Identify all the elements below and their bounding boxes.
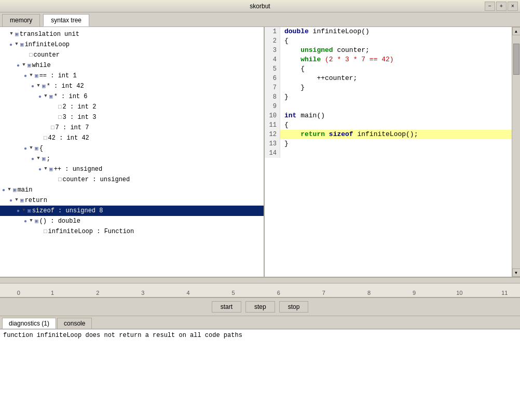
scroll-up-arrow[interactable]: ▲ <box>512 27 521 35</box>
expand-dot[interactable]: ● <box>2 186 5 194</box>
tree-node-label: == : int 1 <box>39 71 77 80</box>
folder-icon: ▣ <box>28 61 31 70</box>
tree-node[interactable]: □ infiniteLoop : Function <box>0 226 264 237</box>
code-panel: 1double infiniteLoop()2{3 unsigned count… <box>265 27 512 277</box>
diagnostics-message: function infiniteLoop does not return a … <box>3 332 242 339</box>
tree-node[interactable]: ●▼▣ infiniteLoop <box>0 39 264 50</box>
tree-node[interactable]: □ 42 : int 42 <box>0 133 264 143</box>
line-number: 11 <box>265 120 280 130</box>
expand-icon[interactable]: ▼ <box>8 31 15 37</box>
expand-dot[interactable]: ● <box>31 155 34 163</box>
code-line: 11{ <box>265 120 512 130</box>
tree-node-label: () : double <box>39 216 80 226</box>
code-line: 8} <box>265 92 512 102</box>
expand-icon[interactable]: ▼ <box>13 42 20 48</box>
line-code: { <box>280 36 289 46</box>
folder-icon: ▣ <box>49 165 53 174</box>
expand-icon[interactable]: ▼ <box>28 73 34 79</box>
tree-node-label: translation unit <box>20 30 79 39</box>
tree-node[interactable]: □ 7 : int 7 <box>0 123 264 133</box>
file-icon: □ <box>51 124 54 132</box>
tree-node[interactable]: ▼▣ translation unit <box>0 29 264 39</box>
tree-node-label: sizeof : unsigned 8 <box>32 206 103 215</box>
code-line: 12 return sizeof infiniteLoop(); <box>265 130 512 139</box>
buttons-bar: start step stop <box>0 297 520 316</box>
tree-node-label: * : int 6 <box>54 92 88 101</box>
expand-icon[interactable]: ▼ <box>28 218 34 224</box>
folder-icon: ▣ <box>20 40 24 49</box>
tree-node[interactable]: □ 3 : int 3 <box>0 112 264 123</box>
tree-node[interactable]: ●▼▣ ; <box>0 154 264 164</box>
tree-node-label: { <box>39 144 43 153</box>
minimize-button[interactable]: − <box>485 2 495 11</box>
tree-node[interactable]: ●▼▣ ++ : unsigned <box>0 164 264 174</box>
tree-node[interactable]: ●▼▣ while <box>0 60 264 71</box>
tab-console[interactable]: console <box>57 318 92 329</box>
tree-node-label: 3 : int 3 <box>63 113 97 122</box>
expand-icon[interactable]: ▼ <box>6 187 12 193</box>
tree-node[interactable]: ●▼▣ return <box>0 195 264 206</box>
maximize-button[interactable]: + <box>496 2 507 11</box>
code-line: 1double infiniteLoop() <box>265 27 512 36</box>
tree-node[interactable]: ●▼▣ * : int 6 <box>0 91 264 102</box>
expand-dot[interactable]: ● <box>17 207 20 215</box>
expand-dot[interactable]: ● <box>9 41 12 49</box>
code-line: 14 <box>265 148 512 158</box>
expand-icon[interactable]: ▼ <box>21 208 27 214</box>
expand-dot[interactable]: ● <box>9 197 12 205</box>
scroll-down-arrow[interactable]: ▼ <box>512 268 521 277</box>
line-number: 14 <box>265 148 280 158</box>
folder-icon: ▣ <box>35 217 38 226</box>
tab-syntax-tree[interactable]: syntax tree <box>43 14 89 26</box>
tree-node[interactable]: ●▼▣ * : int 42 <box>0 81 264 91</box>
line-number: 3 <box>265 46 280 55</box>
folder-icon: ▣ <box>35 144 38 153</box>
top-tab-bar: memory syntax tree <box>0 12 520 27</box>
folder-icon: ▣ <box>42 155 46 164</box>
tree-node[interactable]: ●▼▣ == : int 1 <box>0 71 264 81</box>
expand-dot[interactable]: ● <box>38 166 42 173</box>
vertical-scrollbar[interactable]: ▲ ▼ <box>512 27 520 277</box>
ruler-mark: 11 <box>482 290 520 296</box>
tree-node[interactable]: ●▼▣ () : double <box>0 216 264 226</box>
tree-node[interactable]: □ counter : unsigned <box>0 174 264 185</box>
expand-icon[interactable]: ▼ <box>28 145 34 152</box>
ruler: 01234567891011 <box>0 283 520 297</box>
expand-icon[interactable]: ▼ <box>13 197 20 204</box>
line-number: 6 <box>265 74 280 83</box>
expand-dot[interactable]: ● <box>24 145 27 153</box>
line-code: } <box>280 92 289 102</box>
expand-icon[interactable]: ▼ <box>35 156 42 162</box>
file-icon: □ <box>58 103 62 112</box>
step-button[interactable]: step <box>245 301 275 313</box>
close-button[interactable]: × <box>508 2 518 11</box>
tree-node[interactable]: ●▼▣ { <box>0 143 264 154</box>
expand-dot[interactable]: ● <box>24 218 27 225</box>
expand-icon[interactable]: ▼ <box>35 83 42 89</box>
expand-dot[interactable]: ● <box>17 62 20 70</box>
code-line: 13} <box>265 139 512 148</box>
tree-node[interactable]: □ counter <box>0 50 264 60</box>
tree-node[interactable]: ●▼▣ main <box>0 185 264 195</box>
code-line: 3 unsigned counter; <box>265 46 512 55</box>
ruler-mark: 1 <box>30 290 75 296</box>
tree-node[interactable]: ●▼▣ sizeof : unsigned 8 <box>0 206 264 216</box>
expand-dot[interactable]: ● <box>24 72 27 80</box>
code-line: 9 <box>265 102 512 111</box>
horizontal-scrollbar[interactable] <box>0 277 520 283</box>
tree-node[interactable]: □ 2 : int 2 <box>0 102 264 112</box>
expand-icon[interactable]: ▼ <box>43 166 49 172</box>
stop-button[interactable]: stop <box>279 301 309 313</box>
expand-icon[interactable]: ▼ <box>21 62 27 69</box>
expand-icon[interactable]: ▼ <box>43 93 49 100</box>
line-number: 8 <box>265 92 280 102</box>
file-icon: □ <box>44 227 47 236</box>
window-controls: − + × <box>485 2 518 11</box>
tab-diagnostics[interactable]: diagnostics (1) <box>2 318 56 329</box>
expand-dot[interactable]: ● <box>38 93 42 101</box>
start-button[interactable]: start <box>212 301 241 313</box>
tab-memory[interactable]: memory <box>2 14 40 26</box>
scroll-thumb[interactable] <box>513 44 519 75</box>
expand-dot[interactable]: ● <box>31 83 34 90</box>
line-code <box>280 102 284 111</box>
